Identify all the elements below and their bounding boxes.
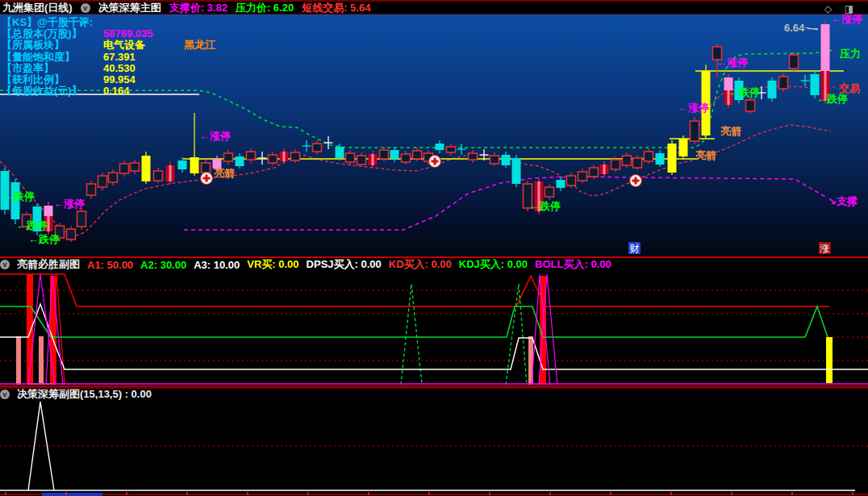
chart-annotation: 亮箭 (695, 149, 716, 161)
up-candle (779, 77, 788, 89)
indicator-header-item: 亮箭必胜副图 (17, 257, 80, 272)
chart-line (184, 177, 827, 230)
up-candle (247, 152, 256, 160)
indicator3-header: v 决策深筹副图(15,13,5) : 0.00 (0, 387, 868, 400)
up-candle (746, 100, 755, 111)
info-row: 【市盈率】40.530 (2, 63, 93, 74)
candle-highlight (603, 165, 606, 174)
info-row: 【每股收益(元)】0.164 (2, 85, 93, 97)
up-candle (611, 160, 620, 169)
chart-annotation: 6.64 — (784, 22, 818, 34)
chart-annotation: 压力 (839, 48, 861, 60)
indicator2-chart[interactable] (0, 271, 868, 387)
info-value: 99.954 (103, 74, 136, 85)
chart-annotation: ←跌停 (529, 200, 561, 212)
short-trade-value: 短线交易: 5.64 (302, 1, 370, 15)
up-candle (67, 229, 76, 240)
chart-annotation: ↘支撑 (828, 195, 858, 207)
chart-bar (42, 493, 102, 496)
chart-annotation: ←跌停 (3, 190, 35, 202)
chart-annotation: ←跌停 (728, 86, 760, 98)
indicator-header-item: A2: 30.00 (140, 259, 186, 271)
chevron-down-icon[interactable]: v (81, 3, 90, 13)
up-candle (490, 156, 499, 164)
up-candle (545, 187, 554, 197)
indicator-header-item: BOLL买入: 0.00 (535, 257, 611, 272)
info-label: 【所属板块】 (2, 39, 65, 51)
indicator-header-item: VR买: 0.00 (247, 257, 298, 272)
cyan-candle (656, 153, 665, 165)
indicator-header-item: KD买入: 0.00 (389, 257, 452, 272)
yellow-candle (142, 156, 151, 181)
info-label: 【量能饱和度】 (2, 51, 75, 63)
up-candle (109, 173, 118, 182)
info-label: 【总股本(万股)】 (2, 27, 82, 40)
up-candle (224, 153, 233, 161)
up-candle (567, 176, 576, 185)
up-candle (790, 55, 799, 69)
info-value-2: 黑龙江 (184, 40, 215, 51)
info-row: 【所属板块】电气设备黑龙江 (2, 40, 93, 51)
chart-annotation: 亮箭 (214, 167, 235, 179)
info-value: 0.164 (103, 85, 130, 97)
support-price-value: 支撑价: 3.82 (169, 1, 227, 15)
cyan-candle (390, 150, 399, 159)
info-label: 【每股收益(元)】 (2, 85, 82, 97)
info-label: 【KS】@千股千评: (2, 16, 93, 28)
indicator-header-item: KDJ买入: 0.00 (459, 257, 528, 272)
chart-annotation: ←涨停 (716, 56, 748, 69)
up-candle (77, 211, 86, 227)
title-bar: 九洲集团(日线) v 决策深筹主图 支撑价: 3.82 压力价: 6.20 短线… (0, 0, 868, 15)
candle-highlight (169, 165, 172, 181)
candle-highlight (283, 152, 286, 161)
candle-highlight (372, 154, 374, 165)
up-candle (269, 155, 278, 163)
chart-annotation: ←涨停 (53, 198, 85, 210)
up-candle (202, 163, 211, 173)
main-indicator-name[interactable]: 决策深筹主图 (98, 1, 161, 15)
chart-bar (16, 336, 21, 385)
yellow-candle (190, 157, 199, 173)
chevron-down-icon[interactable]: v (0, 390, 10, 399)
up-candle (633, 158, 642, 168)
chart-annotation: 亮箭 (720, 125, 741, 137)
info-panel: 【KS】@千股千评:【总股本(万股)】58769.035【所属板块】电气设备黑龙… (2, 17, 93, 97)
indicator-header-item: A1: 50.00 (87, 259, 133, 271)
info-row: 【量能饱和度】67.391 (2, 52, 93, 63)
info-label: 【市盈率】 (2, 62, 54, 74)
cyan-candle (178, 160, 187, 169)
chevron-down-icon[interactable]: v (0, 260, 10, 269)
chart-annotation: ←涨停 (831, 15, 862, 25)
cyan-candle (512, 158, 521, 184)
chart-line (0, 306, 828, 337)
up-candle (120, 164, 129, 173)
info-value: 58769.035 (103, 28, 152, 40)
chart-annotation: ←跌停 (28, 233, 60, 245)
buy-signal-target-icon (201, 173, 213, 185)
limit-up-candle (821, 24, 830, 71)
info-value: 40.530 (103, 63, 136, 74)
up-candle (154, 171, 163, 181)
chart-bar (39, 336, 44, 385)
chart-line (28, 402, 54, 490)
window-control-icons[interactable]: ◇ ◨ (824, 3, 858, 15)
up-candle (590, 168, 599, 177)
chart-bar (826, 337, 833, 383)
indicator3-chart[interactable] (0, 400, 868, 496)
up-candle (447, 147, 456, 152)
up-candle (691, 121, 699, 141)
cyan-candle (336, 147, 344, 158)
gift-badge-text: 财 (630, 243, 640, 254)
buy-signal-target-icon (429, 156, 441, 168)
chart-annotation: ←跌停 (816, 93, 848, 105)
limit-up-candle (44, 206, 53, 216)
up-candle (87, 184, 96, 195)
up-candle (291, 152, 300, 160)
chart-line (0, 274, 829, 306)
chart-annotation: ←涨停 (678, 102, 709, 114)
info-row: 【总股本(万股)】58769.035 (2, 28, 93, 40)
yellow-candle (679, 139, 688, 156)
info-value: 电气设备 (103, 40, 145, 51)
indicator-header-item: A3: 10.00 (194, 259, 240, 271)
up-candle (645, 152, 653, 161)
